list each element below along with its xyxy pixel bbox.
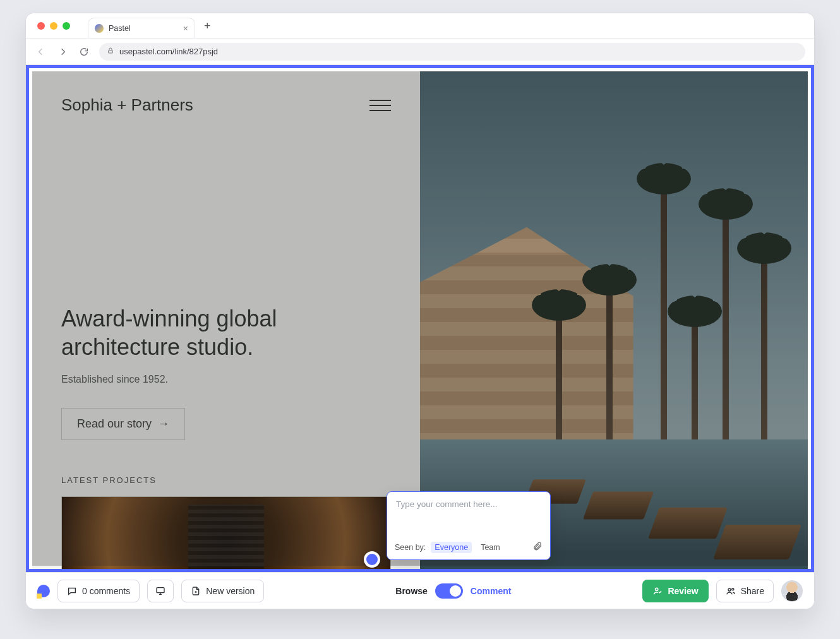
- svg-point-3: [728, 588, 731, 591]
- cta-label: Read our story: [77, 417, 152, 431]
- hero-subtitle: Established since 1952.: [61, 374, 391, 385]
- comment-pin[interactable]: [364, 551, 380, 568]
- latest-projects-section: LATEST PROJECTS: [61, 475, 391, 572]
- mode-switch[interactable]: [435, 583, 463, 599]
- window-close-button[interactable]: [37, 22, 45, 30]
- address-bar[interactable]: usepastel.com/link/827psjd: [99, 43, 805, 61]
- mode-comment-label[interactable]: Comment: [471, 586, 512, 596]
- browser-titlebar: Pastel × +: [26, 13, 814, 39]
- share-label: Share: [741, 586, 764, 596]
- palm-tree-icon: [606, 275, 613, 465]
- comment-popover: Seen by: Everyone Team: [387, 491, 551, 560]
- review-label: Review: [668, 586, 698, 596]
- svg-point-4: [731, 588, 733, 590]
- browser-urlbar: usepastel.com/link/827psjd: [26, 39, 814, 65]
- attach-button[interactable]: [532, 541, 543, 553]
- hero-section: Award-winning global architecture studio…: [61, 304, 391, 440]
- device-preview-button[interactable]: [147, 580, 174, 602]
- palm-tree-icon: [661, 174, 667, 465]
- comments-count-label: 0 comments: [82, 586, 130, 596]
- window-maximize-button[interactable]: [63, 22, 70, 30]
- viewport: Sophia + Partners Award-winning global a…: [26, 65, 814, 572]
- arrow-right-icon: →: [158, 417, 169, 431]
- review-button[interactable]: Review: [642, 580, 708, 602]
- palm-tree-icon: [761, 244, 767, 465]
- seen-by-label: Seen by:: [395, 543, 426, 552]
- users-icon: [726, 586, 736, 596]
- switch-knob: [450, 585, 461, 597]
- comment-popover-footer: Seen by: Everyone Team: [387, 536, 550, 559]
- user-avatar[interactable]: [781, 580, 803, 602]
- browser-tab[interactable]: Pastel ×: [88, 18, 195, 38]
- svg-rect-1: [157, 587, 164, 592]
- nav-back-button[interactable]: [35, 45, 47, 58]
- svg-point-2: [656, 588, 658, 590]
- site-brand: Sophia + Partners: [61, 95, 193, 115]
- svg-rect-0: [109, 51, 113, 54]
- monitor-icon: [155, 586, 165, 596]
- lounger-graphic: [648, 508, 728, 539]
- comment-icon: [67, 586, 77, 596]
- address-text: usepastel.com/link/827psjd: [119, 47, 218, 56]
- lock-icon: [107, 47, 114, 56]
- tab-title: Pastel: [109, 24, 131, 33]
- new-tab-button[interactable]: +: [204, 20, 211, 33]
- read-story-button[interactable]: Read our story →: [61, 408, 185, 440]
- lounger-graphic: [713, 525, 801, 559]
- hamburger-menu-icon[interactable]: [369, 100, 391, 111]
- comment-input[interactable]: [387, 492, 550, 536]
- app-toolbar: 0 comments New version Browse Comment Re…: [26, 572, 814, 609]
- section-label: LATEST PROJECTS: [61, 475, 391, 485]
- share-button[interactable]: Share: [716, 580, 774, 602]
- visibility-option-everyone[interactable]: Everyone: [431, 542, 472, 553]
- toolbar-right: Review Share: [642, 580, 803, 602]
- project-thumbnail[interactable]: [61, 496, 391, 572]
- comments-button[interactable]: 0 comments: [57, 580, 140, 602]
- tab-favicon-icon: [95, 24, 104, 33]
- nav-forward-button[interactable]: [56, 45, 69, 58]
- review-frame: Sophia + Partners Award-winning global a…: [26, 65, 814, 572]
- mode-browse-label[interactable]: Browse: [395, 586, 428, 596]
- hero-heading: Award-winning global architecture studio…: [61, 304, 391, 361]
- new-version-label: New version: [206, 586, 255, 596]
- user-check-icon: [652, 586, 663, 596]
- pastel-logo-icon[interactable]: [37, 585, 50, 597]
- browser-window: Pastel × + usepastel.com/link/827psjd: [25, 13, 815, 609]
- site-left-column: Sophia + Partners Award-winning global a…: [32, 71, 420, 572]
- window-controls: [37, 22, 70, 30]
- nav-reload-button[interactable]: [78, 45, 90, 58]
- tab-close-button[interactable]: ×: [183, 23, 188, 33]
- lounger-graphic: [583, 492, 654, 520]
- new-version-button[interactable]: New version: [181, 580, 264, 602]
- file-plus-icon: [191, 586, 201, 596]
- mode-toggle: Browse Comment: [395, 583, 511, 599]
- visibility-option-team[interactable]: Team: [477, 542, 504, 553]
- window-minimize-button[interactable]: [50, 22, 57, 30]
- palm-tree-icon: [723, 200, 729, 465]
